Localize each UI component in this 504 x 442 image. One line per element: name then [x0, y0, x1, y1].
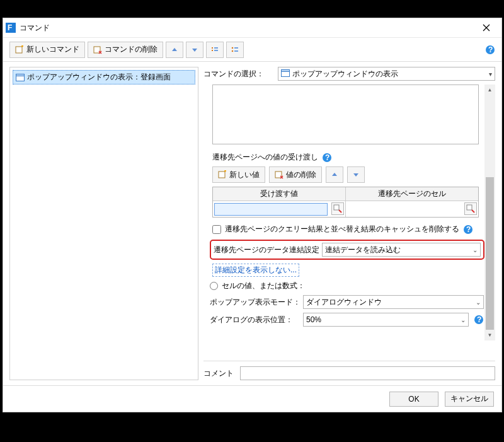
cell-picker-button[interactable] [464, 202, 477, 215]
svg-rect-7 [214, 50, 218, 51]
table-row [213, 201, 478, 217]
help-icon[interactable]: ? [474, 315, 484, 325]
svg-rect-15 [16, 74, 25, 76]
value-move-down-button[interactable] [347, 166, 365, 183]
cell-picker-button[interactable] [331, 202, 344, 215]
cancel-button[interactable]: キャンセル [445, 392, 494, 407]
popup-mode-select[interactable]: ダイアログウィンドウ ⌄ [303, 295, 484, 309]
command-dialog: F コマンド 新しいコマンド コマンドの削除 ? [3, 18, 502, 412]
command-list-item[interactable]: ポップアップウィンドウの表示：登録画面 [13, 70, 195, 84]
target-page-box[interactable] [212, 84, 479, 144]
svg-rect-20 [219, 172, 225, 178]
command-select-row: コマンドの選択： ポップアップウィンドウの表示 ▾ [203, 67, 495, 81]
new-value-label: 新しい値 [229, 170, 260, 180]
scrollbar-thumb[interactable] [486, 177, 494, 330]
svg-rect-2 [16, 47, 22, 53]
values-col-target: 遷移先ページのセル [346, 187, 478, 201]
scroll-up-button[interactable]: ▲ [484, 84, 495, 95]
window-icon [281, 69, 290, 79]
source-value-input[interactable] [214, 203, 328, 216]
svg-point-8 [232, 47, 234, 49]
help-icon[interactable]: ? [463, 224, 473, 235]
new-command-button[interactable]: 新しいコマンド [9, 42, 85, 58]
app-icon: F [6, 23, 16, 33]
scroll-region: 遷移先ページへの値の受け渡し ? 新しい値 値の削除 [203, 84, 495, 340]
chevron-down-icon: ▾ [489, 71, 492, 78]
svg-rect-17 [282, 69, 290, 71]
value-transfer-heading: 遷移先ページへの値の受け渡し [212, 152, 318, 163]
help-icon[interactable]: ? [322, 153, 332, 163]
chevron-down-icon: ⌄ [472, 247, 478, 253]
source-value-cell[interactable] [213, 201, 346, 217]
dialog-footer: OK キャンセル [3, 385, 501, 412]
popup-mode-value: ダイアログウィンドウ [306, 297, 382, 308]
delete-value-label: 値の削除 [286, 170, 316, 180]
svg-rect-23 [467, 205, 472, 210]
cell-formula-radio-row: セルの値、または数式： [210, 281, 484, 291]
cache-clear-row: 遷移先ページのクエリー結果と並べ替え結果のキャッシュを削除する ? [212, 224, 484, 235]
dialog-size-select[interactable]: 50% ⌄ [303, 313, 469, 327]
popup-mode-label: ポップアップ表示モード： [210, 297, 298, 308]
chevron-down-icon: ⌄ [476, 299, 481, 306]
svg-rect-22 [334, 205, 339, 210]
new-value-button[interactable]: 新しい値 [212, 166, 265, 183]
comment-row: コメント [203, 361, 495, 380]
cache-clear-label: 遷移先ページのクエリー結果と並べ替え結果のキャッシュを削除する [225, 224, 459, 235]
titlebar: F コマンド [3, 18, 501, 38]
help-icon[interactable]: ? [485, 45, 495, 55]
dialog-size-value: 50% [306, 315, 321, 324]
dialog-size-label: ダイアログの表示位置： [210, 315, 298, 325]
dialog-body: ポップアップウィンドウの表示：登録画面 コマンドの選択： ポップアップウィンドウ… [3, 62, 501, 385]
value-toolbar: 新しい値 値の削除 [212, 166, 484, 183]
value-transfer-heading-row: 遷移先ページへの値の受け渡し ? [212, 152, 484, 163]
command-select-label: コマンドの選択： [203, 69, 273, 79]
command-select-value: ポップアップウィンドウの表示 [292, 69, 398, 79]
svg-rect-11 [234, 50, 238, 52]
list-view-1-button[interactable] [206, 42, 224, 58]
svg-text:F: F [8, 23, 12, 32]
delete-value-button[interactable]: 値の削除 [269, 166, 322, 183]
list-view-2-button[interactable] [226, 42, 244, 58]
svg-text:?: ? [477, 315, 481, 324]
delete-command-label: コマンドの削除 [105, 44, 158, 55]
chevron-down-icon: ⌄ [461, 317, 466, 323]
command-select[interactable]: ポップアップウィンドウの表示 ▾ [278, 67, 495, 81]
delete-command-button[interactable]: コマンドの削除 [88, 42, 163, 58]
new-command-label: 新しいコマンド [26, 44, 79, 55]
data-bind-setting-label: 遷移先ページのデータ連結設定 [214, 245, 319, 255]
cell-formula-radio[interactable] [210, 282, 218, 290]
svg-text:?: ? [325, 153, 329, 162]
svg-point-10 [232, 50, 234, 52]
toolbar: 新しいコマンド コマンドの削除 ? [3, 38, 501, 62]
data-bind-setting-select[interactable]: 連結データを読み込む ⌄ [322, 243, 481, 257]
data-bind-setting-row: 遷移先ページのデータ連結設定 連結データを読み込む ⌄ [210, 240, 484, 260]
move-down-button[interactable] [186, 42, 203, 58]
scroll-down-button[interactable]: ▼ [484, 330, 495, 340]
svg-rect-9 [234, 47, 238, 49]
svg-text:?: ? [466, 225, 471, 234]
target-value-cell[interactable] [346, 201, 478, 217]
vertical-scrollbar[interactable]: ▲ ▼ [484, 84, 495, 340]
move-up-button[interactable] [166, 42, 183, 58]
cache-clear-checkbox[interactable] [212, 225, 221, 234]
value-move-up-button[interactable] [326, 166, 343, 183]
svg-rect-4 [212, 47, 213, 49]
svg-rect-5 [214, 47, 218, 49]
close-button[interactable] [474, 19, 499, 37]
popup-mode-row: ポップアップ表示モード： ダイアログウィンドウ ⌄ [210, 295, 484, 309]
window-icon [16, 74, 25, 81]
cell-formula-label: セルの値、または数式： [222, 281, 305, 291]
values-col-source: 受け渡す値 [213, 187, 346, 201]
comment-input[interactable] [240, 366, 495, 380]
comment-label: コメント [203, 368, 234, 379]
data-bind-setting-value: 連結データを読み込む [325, 245, 401, 255]
command-editor: コマンドの選択： ポップアップウィンドウの表示 ▾ 遷移先ページへの値の受け渡し [203, 67, 495, 380]
hide-advanced-link[interactable]: 詳細設定を表示しない... [212, 264, 299, 277]
svg-text:?: ? [488, 45, 493, 54]
ok-button[interactable]: OK [389, 392, 438, 407]
values-table: 受け渡す値 遷移先ページのセル [212, 187, 479, 218]
command-list[interactable]: ポップアップウィンドウの表示：登録画面 [9, 67, 198, 380]
window-title: コマンド [20, 23, 474, 33]
command-list-item-label: ポップアップウィンドウの表示：登録画面 [27, 72, 171, 83]
dialog-size-row: ダイアログの表示位置： 50% ⌄ ? [210, 313, 484, 327]
